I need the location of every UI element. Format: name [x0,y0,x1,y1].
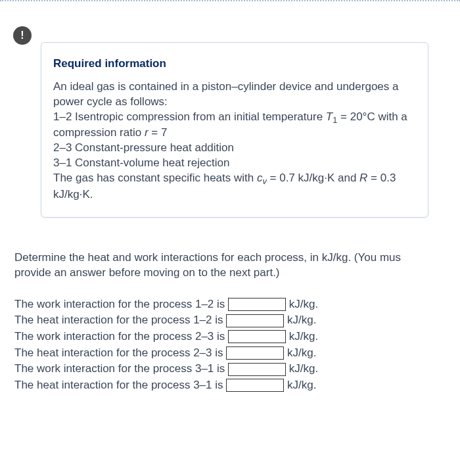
required-info-box: Required information An ideal gas is con… [41,42,428,218]
question-line-b: provide an answer before moving on to th… [14,266,280,279]
answer-row: The work interaction for the process 3–1… [14,361,455,377]
info-line12a: 1–2 Isentropic compression from an initi… [53,110,326,123]
answer-input-w23[interactable] [228,330,286,343]
answer-row: The heat interaction for the process 1–2… [14,312,455,329]
required-info-body: An ideal gas is contained in a piston–cy… [53,80,416,202]
answer-label: The work interaction for the process 1–2… [14,298,228,310]
answer-unit: kJ/kg. [284,314,316,326]
answer-input-w31[interactable] [228,363,286,376]
question-line-a: Determine the heat and work interactions… [14,251,401,264]
dashed-top-border [0,0,460,1]
answer-unit: kJ/kg. [286,362,318,375]
answer-unit: kJ/kg. [286,330,318,343]
question-text: Determine the heat and work interactions… [14,250,455,281]
info-line31: 3–1 Constant-volume heat rejection [53,156,229,169]
info-para1: An ideal gas is contained in a piston–cy… [53,80,398,108]
answer-unit: kJ/kg. [284,346,316,359]
cv-val: = 0.7 kJ/kg·K and [267,172,359,184]
answer-input-q31[interactable] [226,379,284,392]
r-eq: = 7 [149,126,168,139]
exclaim-glyph: ! [20,30,24,41]
info-cv-a: The gas has constant specific heats with [53,172,257,184]
answer-label: The work interaction for the process 2–3… [14,330,228,343]
answer-label: The work interaction for the process 3–1… [14,362,228,375]
answer-row: The work interaction for the process 2–3… [14,329,455,345]
answer-unit: kJ/kg. [284,379,316,391]
info-line23: 2–3 Constant-pressure heat addition [53,141,234,154]
answer-input-w12[interactable] [228,298,286,311]
answer-row: The work interaction for the process 1–2… [14,297,455,313]
answer-label: The heat interaction for the process 3–1… [14,379,226,391]
answer-row: The heat interaction for the process 2–3… [14,345,455,362]
answer-label: The heat interaction for the process 2–3… [14,346,226,359]
content-area: Required information An ideal gas is con… [5,7,460,476]
required-info-icon: ! [13,26,32,45]
answer-row: The heat interaction for the process 3–1… [14,377,455,394]
answer-unit: kJ/kg. [286,298,318,310]
required-info-title: Required information [53,57,416,70]
answer-input-q12[interactable] [226,314,284,327]
answer-label: The heat interaction for the process 1–2… [14,314,226,326]
R-var: R [359,172,367,184]
T-var: T [326,110,333,123]
answer-input-q23[interactable] [226,346,284,360]
answers-block: The work interaction for the process 1–2… [14,297,455,394]
